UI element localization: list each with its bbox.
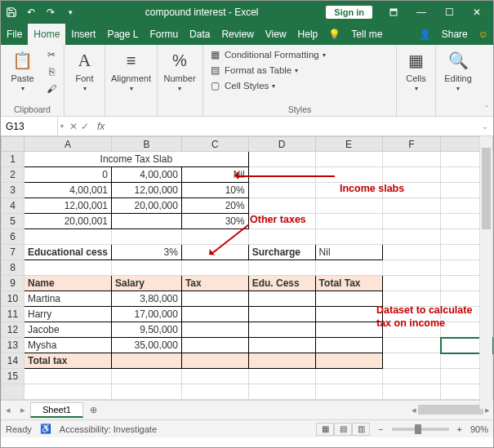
- cell[interactable]: [181, 245, 248, 260]
- cut-icon[interactable]: ✂: [44, 47, 59, 62]
- cell-styles-button[interactable]: ▢Cell Styles▾: [208, 78, 391, 93]
- tab-insert[interactable]: Insert: [65, 24, 101, 45]
- share-button[interactable]: Share: [436, 24, 474, 45]
- row-header[interactable]: 7: [2, 245, 24, 260]
- normal-view-icon[interactable]: ▦: [316, 423, 334, 436]
- cell[interactable]: 9,50,000: [112, 322, 182, 338]
- row-header[interactable]: 8: [2, 260, 24, 276]
- collapse-ribbon-icon[interactable]: ˆ: [480, 45, 493, 116]
- row-header[interactable]: 2: [2, 167, 24, 183]
- cell[interactable]: Nil: [315, 245, 382, 260]
- accessibility-icon[interactable]: ♿: [40, 424, 51, 434]
- cell[interactable]: Name: [24, 276, 111, 291]
- spreadsheet-grid[interactable]: A B C D E F 1Income Tax Slab 204,00,000N…: [1, 136, 493, 400]
- number-button[interactable]: %Number▾: [162, 47, 197, 92]
- zoom-slider[interactable]: [392, 428, 449, 431]
- row-header[interactable]: 5: [2, 214, 24, 229]
- cell[interactable]: Total tax: [24, 353, 111, 369]
- view-buttons[interactable]: ▦▤▥: [316, 423, 370, 436]
- row-header[interactable]: 14: [2, 353, 24, 369]
- col-header[interactable]: B: [112, 137, 182, 152]
- close-icon[interactable]: ✕: [464, 2, 490, 22]
- row-header[interactable]: 13: [2, 338, 24, 353]
- page-break-view-icon[interactable]: ▥: [352, 423, 370, 436]
- cell[interactable]: Educational cess: [24, 245, 111, 260]
- tab-help[interactable]: Help: [292, 24, 324, 45]
- ribbon-options-icon[interactable]: [381, 2, 407, 22]
- tab-home[interactable]: Home: [28, 24, 65, 45]
- tab-file[interactable]: File: [1, 24, 28, 45]
- format-painter-icon[interactable]: 🖌: [44, 82, 59, 96]
- cell[interactable]: 4,00,001: [24, 183, 111, 198]
- cell[interactable]: Harry: [24, 307, 111, 322]
- lightbulb-icon[interactable]: 💡: [323, 29, 345, 40]
- col-header[interactable]: D: [248, 137, 315, 152]
- sheet-tab[interactable]: Sheet1: [30, 402, 83, 418]
- cell[interactable]: 0: [24, 167, 111, 183]
- tab-view[interactable]: View: [260, 24, 292, 45]
- cell[interactable]: Jacobe: [24, 322, 111, 338]
- conditional-formatting-button[interactable]: ▦Conditional Formatting▾: [208, 47, 391, 62]
- minimize-icon[interactable]: —: [408, 2, 434, 22]
- sign-in-button[interactable]: Sign in: [326, 6, 372, 19]
- col-header[interactable]: E: [315, 137, 382, 152]
- expand-formula-icon[interactable]: ⌄: [477, 122, 493, 131]
- cells-button[interactable]: ▦Cells▾: [402, 47, 430, 92]
- format-as-table-button[interactable]: ▤Format as Table▾: [208, 63, 391, 78]
- qat-more-icon[interactable]: ▾: [63, 5, 78, 20]
- redo-icon[interactable]: ↷: [43, 5, 58, 20]
- cell[interactable]: Martina: [24, 291, 111, 307]
- cell[interactable]: 4,00,000: [112, 167, 182, 183]
- tab-page-layout[interactable]: Page L: [101, 24, 144, 45]
- cell[interactable]: Tax: [181, 276, 248, 291]
- cell[interactable]: Surcharge: [248, 245, 315, 260]
- cell[interactable]: [112, 214, 182, 229]
- sheet-nav-next-icon[interactable]: ▸: [16, 405, 30, 415]
- row-header[interactable]: 12: [2, 322, 24, 338]
- sheet-nav-prev-icon[interactable]: ◂: [1, 405, 16, 415]
- row-header[interactable]: 1: [2, 152, 24, 167]
- zoom-out-icon[interactable]: −: [378, 424, 383, 434]
- paste-button[interactable]: 📋 Paste ▾: [6, 47, 39, 92]
- row-header[interactable]: 6: [2, 229, 24, 245]
- name-box[interactable]: G13: [1, 117, 58, 135]
- cell[interactable]: Edu. Cess: [248, 276, 315, 291]
- scrollbar-thumb[interactable]: [482, 148, 491, 229]
- cell[interactable]: 30%: [181, 214, 248, 229]
- cell[interactable]: 35,00,000: [112, 338, 182, 353]
- zoom-level[interactable]: 90%: [470, 424, 488, 434]
- cell[interactable]: Mysha: [24, 338, 111, 353]
- namebox-dropdown-icon[interactable]: ▾: [58, 122, 66, 130]
- new-sheet-icon[interactable]: ⊕: [83, 405, 104, 415]
- cell[interactable]: 12,00,000: [112, 183, 182, 198]
- smiley-icon[interactable]: ☺: [474, 29, 493, 40]
- vertical-scrollbar[interactable]: [479, 136, 492, 409]
- tab-data[interactable]: Data: [184, 24, 216, 45]
- status-accessibility[interactable]: Accessibility: Investigate: [60, 424, 157, 434]
- cell[interactable]: 3%: [112, 245, 182, 260]
- cell[interactable]: 3,80,000: [112, 291, 182, 307]
- cell[interactable]: Salary: [112, 276, 182, 291]
- undo-icon[interactable]: ↶: [24, 5, 38, 20]
- tab-review[interactable]: Review: [216, 24, 259, 45]
- tell-me[interactable]: Tell me: [345, 24, 388, 45]
- page-layout-view-icon[interactable]: ▤: [334, 423, 352, 436]
- row-header[interactable]: 15: [2, 369, 24, 384]
- cancel-formula-icon[interactable]: ✕: [69, 121, 78, 132]
- tab-formulas[interactable]: Formu: [144, 24, 184, 45]
- cell[interactable]: 20,00,001: [24, 214, 111, 229]
- font-button[interactable]: AFont▾: [69, 47, 100, 92]
- col-header[interactable]: F: [382, 137, 441, 152]
- save-icon[interactable]: [4, 5, 19, 20]
- maximize-icon[interactable]: ☐: [436, 2, 462, 22]
- cell[interactable]: Total Tax: [315, 276, 382, 291]
- share-icon[interactable]: 👤: [414, 29, 436, 40]
- zoom-in-icon[interactable]: +: [457, 424, 462, 434]
- horizontal-scrollbar[interactable]: ◂▸: [104, 405, 493, 415]
- row-header[interactable]: 9: [2, 276, 24, 291]
- alignment-button[interactable]: ≡Alignment▾: [110, 47, 152, 92]
- col-header[interactable]: A: [24, 137, 111, 152]
- cell[interactable]: Income Tax Slab: [24, 152, 248, 167]
- cell[interactable]: 20%: [181, 198, 248, 214]
- enter-formula-icon[interactable]: ✓: [81, 121, 89, 132]
